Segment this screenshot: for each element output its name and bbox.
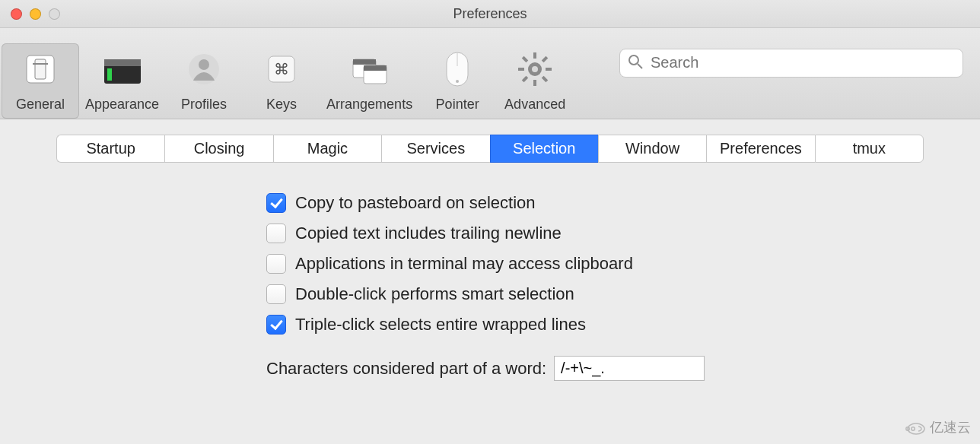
- general-subtabs: Startup Closing Magic Services Selection…: [56, 135, 924, 163]
- general-icon: [19, 48, 62, 90]
- svg-rect-13: [364, 65, 387, 71]
- toolbar-tab-pointer[interactable]: Pointer: [418, 43, 496, 119]
- svg-rect-5: [107, 68, 112, 81]
- svg-rect-18: [533, 52, 536, 59]
- window-title: Preferences: [0, 6, 980, 22]
- subtab-label: Closing: [194, 140, 245, 157]
- titlebar: Preferences: [0, 0, 980, 28]
- checkbox-label: Copy to pasteboard on selection: [295, 193, 536, 213]
- toolbar-tab-label: Keys: [266, 97, 297, 113]
- checkbox-triple-click-wrapped-lines[interactable]: [266, 315, 286, 335]
- subtab-startup[interactable]: Startup: [56, 135, 164, 163]
- word-chars-row: Characters considered part of a word:: [266, 356, 980, 381]
- subtab-selection[interactable]: Selection: [490, 135, 598, 163]
- svg-rect-22: [522, 56, 528, 62]
- checkbox-apps-access-clipboard[interactable]: [266, 254, 286, 274]
- word-chars-input[interactable]: [554, 356, 705, 381]
- search-input[interactable]: [649, 53, 955, 72]
- svg-rect-23: [542, 76, 548, 82]
- svg-rect-24: [542, 56, 548, 62]
- svg-rect-21: [546, 68, 552, 71]
- svg-rect-11: [353, 59, 376, 65]
- toolbar-tab-label: Arrangements: [326, 97, 412, 113]
- toolbar-tab-label: Pointer: [436, 97, 479, 113]
- svg-rect-20: [518, 68, 524, 71]
- toolbar-tab-advanced[interactable]: Advanced: [496, 43, 574, 119]
- checkbox-copy-on-selection[interactable]: [266, 193, 286, 213]
- subtab-services[interactable]: Services: [381, 135, 489, 163]
- svg-point-26: [532, 66, 538, 72]
- watermark: 亿速云: [899, 418, 971, 436]
- svg-rect-4: [104, 59, 141, 66]
- subtab-tmux[interactable]: tmux: [815, 135, 924, 163]
- arrangements-icon: [348, 48, 391, 90]
- checkbox-trailing-newline[interactable]: [266, 224, 286, 243]
- checkbox-label: Applications in terminal may access clip…: [295, 254, 633, 274]
- svg-point-27: [629, 56, 638, 65]
- svg-line-28: [638, 64, 642, 68]
- profiles-icon: [183, 48, 225, 90]
- appearance-icon: [101, 48, 144, 90]
- svg-point-16: [456, 80, 459, 83]
- subtab-magic[interactable]: Magic: [273, 135, 381, 163]
- keys-icon: ⌘: [260, 48, 303, 90]
- toolbar-tab-label: Profiles: [181, 97, 227, 113]
- subtab-label: Magic: [307, 140, 348, 157]
- preferences-toolbar: General Appearance Profiles ⌘: [0, 28, 980, 119]
- watermark-text: 亿速云: [930, 418, 971, 436]
- svg-point-7: [199, 59, 209, 70]
- check-row: Copied text includes trailing newline: [266, 224, 980, 243]
- toolbar-tab-general[interactable]: General: [2, 43, 79, 119]
- subtab-label: Startup: [86, 140, 135, 157]
- toolbar-tab-appearance[interactable]: Appearance: [79, 43, 165, 119]
- subtab-label: Services: [406, 140, 465, 157]
- search-icon: [628, 54, 643, 72]
- checkbox-label: Triple-click selects entire wrapped line…: [295, 315, 586, 335]
- subtab-preferences[interactable]: Preferences: [706, 135, 814, 163]
- checkbox-label: Copied text includes trailing newline: [295, 224, 562, 243]
- search-field[interactable]: [619, 49, 963, 78]
- svg-rect-1: [35, 59, 46, 79]
- checkbox-double-click-smart-selection[interactable]: [266, 284, 286, 304]
- toolbar-tab-keys[interactable]: ⌘ Keys: [243, 43, 320, 119]
- toolbar-tab-arrangements[interactable]: Arrangements: [320, 43, 418, 119]
- toolbar-tab-label: Appearance: [85, 97, 159, 113]
- advanced-icon: [514, 48, 556, 90]
- pointer-icon: [436, 48, 479, 90]
- toolbar-tab-label: General: [16, 97, 65, 113]
- subtab-label: Window: [625, 140, 679, 157]
- check-row: Copy to pasteboard on selection: [266, 193, 980, 213]
- svg-rect-25: [522, 76, 528, 82]
- subtab-window[interactable]: Window: [598, 135, 706, 163]
- check-row: Applications in terminal may access clip…: [266, 254, 980, 274]
- subtab-label: Selection: [513, 140, 575, 157]
- svg-rect-19: [533, 80, 536, 86]
- selection-pane: Copy to pasteboard on selection Copied t…: [0, 163, 980, 381]
- svg-point-31: [912, 427, 915, 430]
- svg-text:⌘: ⌘: [274, 61, 289, 78]
- subtab-label: Preferences: [720, 140, 802, 157]
- subtab-closing[interactable]: Closing: [164, 135, 272, 163]
- check-row: Double-click performs smart selection: [266, 284, 980, 304]
- checkbox-label: Double-click performs smart selection: [295, 284, 574, 304]
- svg-rect-2: [33, 63, 48, 65]
- check-row: Triple-click selects entire wrapped line…: [266, 315, 980, 335]
- subtab-label: tmux: [853, 140, 886, 157]
- toolbar-tab-profiles[interactable]: Profiles: [165, 43, 243, 119]
- word-chars-label: Characters considered part of a word:: [266, 359, 546, 379]
- toolbar-tab-label: Advanced: [504, 97, 565, 113]
